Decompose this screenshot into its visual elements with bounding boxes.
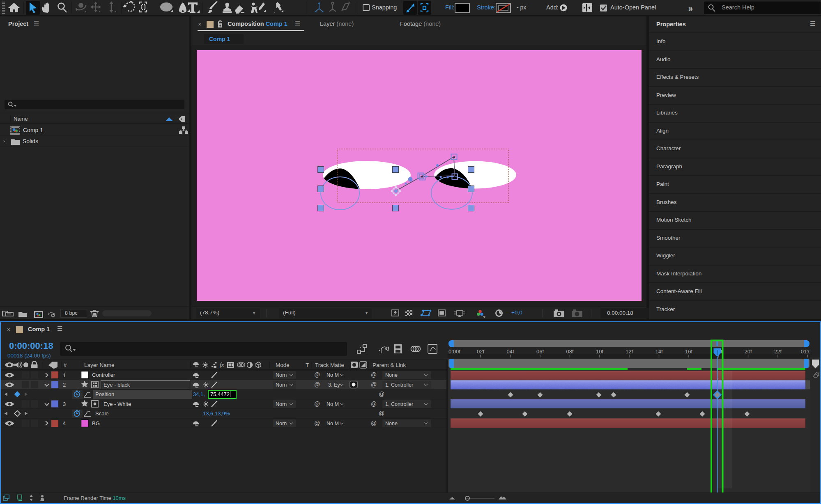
svg-text:»: » <box>688 4 693 13</box>
svg-text:08f: 08f <box>566 348 573 355</box>
svg-text:0:00f: 0:00f <box>448 348 460 355</box>
svg-text:Layer Name: Layer Name <box>84 362 115 368</box>
svg-text:1: 1 <box>63 372 66 378</box>
svg-text:2: 2 <box>63 382 66 388</box>
svg-text:Mode: Mode <box>276 362 290 368</box>
svg-text:22f: 22f <box>774 348 782 355</box>
svg-text:Parent & Link: Parent & Link <box>373 362 406 368</box>
svg-text:4: 4 <box>63 420 66 426</box>
svg-text:16f: 16f <box>685 348 692 355</box>
svg-text:T: T <box>306 362 309 368</box>
svg-text:06f: 06f <box>536 348 544 355</box>
svg-text:10f: 10f <box>596 348 603 355</box>
svg-text:#: # <box>64 362 67 368</box>
svg-text:20f: 20f <box>744 348 752 355</box>
svg-text:fx: fx <box>220 362 224 368</box>
svg-text:3: 3 <box>63 401 66 407</box>
svg-text:04f: 04f <box>506 348 514 355</box>
svg-text:12f: 12f <box>626 348 633 355</box>
svg-text:14f: 14f <box>655 348 662 355</box>
svg-text:02f: 02f <box>477 348 484 355</box>
svg-text:Track Matte: Track Matte <box>315 362 344 368</box>
